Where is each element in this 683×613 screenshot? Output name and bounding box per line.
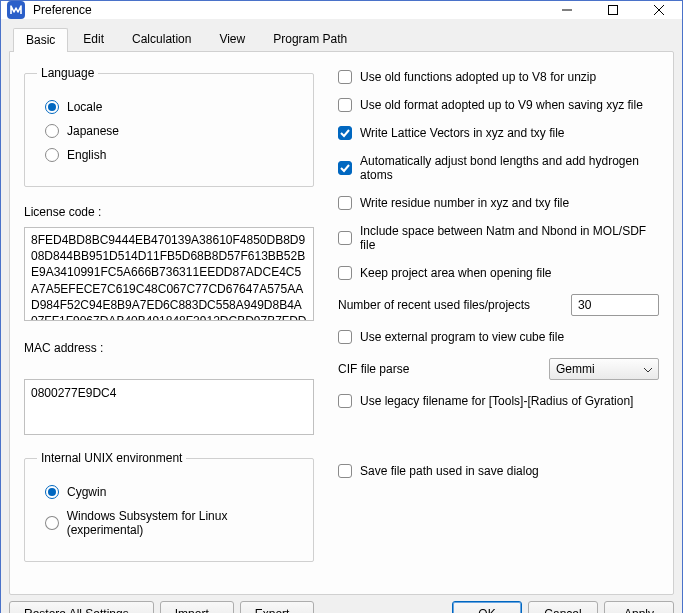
checkbox-icon <box>338 70 352 84</box>
cif-select[interactable]: Gemmi <box>549 358 659 380</box>
check-old-unzip[interactable]: Use old functions adopted up to V8 for u… <box>338 70 659 84</box>
svg-rect-2 <box>609 6 618 15</box>
tab-basic[interactable]: Basic <box>13 28 68 52</box>
check-label: Save file path used in save dialog <box>360 464 539 478</box>
check-residue[interactable]: Write residue number in xyz and txy file <box>338 196 659 210</box>
checkbox-icon <box>338 266 352 280</box>
radio-icon <box>45 516 59 530</box>
svg-line-4 <box>654 5 664 15</box>
radio-icon <box>45 100 59 114</box>
select-value: Gemmi <box>556 362 595 376</box>
check-lattice[interactable]: Write Lattice Vectors in xyz and txy fil… <box>338 126 659 140</box>
titlebar: Preference <box>1 1 682 19</box>
check-label: Keep project area when opening file <box>360 266 551 280</box>
tab-edit[interactable]: Edit <box>70 27 117 51</box>
radio-locale[interactable]: Locale <box>45 100 301 114</box>
svg-rect-0 <box>7 1 25 19</box>
recent-count-input[interactable] <box>571 294 659 316</box>
checkbox-icon <box>338 231 352 245</box>
app-icon <box>7 1 25 19</box>
checkbox-icon <box>338 330 352 344</box>
check-label: Include space between Natm and Nbond in … <box>360 224 659 252</box>
checkbox-icon <box>338 161 352 175</box>
check-keep-area[interactable]: Keep project area when opening file <box>338 266 659 280</box>
import-button[interactable]: Import... <box>160 601 234 613</box>
cif-label: CIF file parse <box>338 362 409 376</box>
language-group: Language Locale Japanese English <box>24 66 314 187</box>
apply-button[interactable]: Apply <box>604 601 674 613</box>
check-label: Use old functions adopted up to V8 for u… <box>360 70 596 84</box>
radio-label: Windows Subsystem for Linux (experimenta… <box>67 509 301 537</box>
check-label: Use legacy filename for [Tools]-[Radius … <box>360 394 633 408</box>
tab-program-path[interactable]: Program Path <box>260 27 360 51</box>
check-label: Write Lattice Vectors in xyz and txy fil… <box>360 126 565 140</box>
ok-button[interactable]: OK <box>452 601 522 613</box>
check-label: Write residue number in xyz and txy file <box>360 196 569 210</box>
check-old-xyz[interactable]: Use old format adopted up to V9 when sav… <box>338 98 659 112</box>
radio-label: Locale <box>67 100 102 114</box>
check-label: Use old format adopted up to V9 when sav… <box>360 98 643 112</box>
radio-label: Japanese <box>67 124 119 138</box>
close-button[interactable] <box>636 1 682 19</box>
radio-icon <box>45 148 59 162</box>
chevron-down-icon <box>644 362 652 376</box>
license-label: License code : <box>24 205 314 219</box>
unix-legend: Internal UNIX environment <box>37 451 186 465</box>
recent-label: Number of recent used files/projects <box>338 298 530 312</box>
export-button[interactable]: Export... <box>240 601 315 613</box>
tab-calculation[interactable]: Calculation <box>119 27 204 51</box>
mac-address-input[interactable] <box>24 379 314 435</box>
check-auto-bond[interactable]: Automatically adjust bond lengths and ad… <box>338 154 659 182</box>
window-title: Preference <box>33 3 544 17</box>
check-save-path[interactable]: Save file path used in save dialog <box>338 464 659 478</box>
checkbox-icon <box>338 98 352 112</box>
radio-wsl[interactable]: Windows Subsystem for Linux (experimenta… <box>45 509 301 537</box>
radio-label: Cygwin <box>67 485 106 499</box>
check-legacy-gyration[interactable]: Use legacy filename for [Tools]-[Radius … <box>338 394 659 408</box>
radio-label: English <box>67 148 106 162</box>
tab-view[interactable]: View <box>206 27 258 51</box>
maximize-button[interactable] <box>590 1 636 19</box>
radio-icon <box>45 485 59 499</box>
checkbox-icon <box>338 126 352 140</box>
checkbox-icon <box>338 464 352 478</box>
radio-cygwin[interactable]: Cygwin <box>45 485 301 499</box>
radio-icon <box>45 124 59 138</box>
checkbox-icon <box>338 394 352 408</box>
radio-english[interactable]: English <box>45 148 301 162</box>
minimize-button[interactable] <box>544 1 590 19</box>
check-external-cube[interactable]: Use external program to view cube file <box>338 330 659 344</box>
restore-button[interactable]: Restore All Settings... <box>9 601 154 613</box>
mac-label: MAC address : <box>24 341 314 355</box>
unix-group: Internal UNIX environment Cygwin Windows… <box>24 451 314 562</box>
license-code-input[interactable] <box>24 227 314 321</box>
radio-japanese[interactable]: Japanese <box>45 124 301 138</box>
cancel-button[interactable]: Cancel <box>528 601 598 613</box>
check-label: Use external program to view cube file <box>360 330 564 344</box>
svg-line-3 <box>654 5 664 15</box>
checkbox-icon <box>338 196 352 210</box>
language-legend: Language <box>37 66 98 80</box>
check-natm[interactable]: Include space between Natm and Nbond in … <box>338 224 659 252</box>
check-label: Automatically adjust bond lengths and ad… <box>360 154 659 182</box>
